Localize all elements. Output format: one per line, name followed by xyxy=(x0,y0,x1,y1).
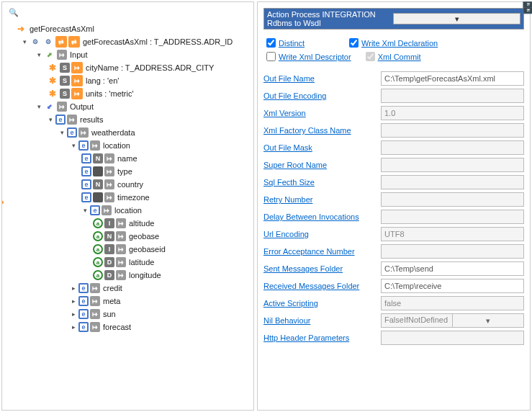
tree-item[interactable]: ▸ e ↦ credit xyxy=(6,282,249,295)
toggle-icon[interactable]: ▸ xyxy=(70,297,77,305)
prop-label[interactable]: Out File Mask xyxy=(263,143,312,152)
action-type-label: Action Process INTEGRATION Rdbms to Wsdl xyxy=(267,10,393,27)
prop-label[interactable]: Delay Between Invocations xyxy=(263,212,359,221)
prop-label[interactable]: Nil Behaviour xyxy=(263,316,310,325)
out-file-mask-input[interactable] xyxy=(381,140,524,155)
tree-view[interactable]: ➜ getForecastAsXml ▾ ⚙ ⚙ ⇄ ⇄ getForecast… xyxy=(5,19,251,336)
tree-item[interactable]: a I ↦ geobaseid xyxy=(6,243,249,256)
process-icon: ↦ xyxy=(71,75,83,86)
tree-root[interactable]: ➜ getForecastAsXml xyxy=(6,22,249,35)
url-encoding-input[interactable] xyxy=(381,227,524,241)
prop-label[interactable]: Error Acceptance Number xyxy=(263,247,355,256)
s-icon: S xyxy=(60,76,70,86)
write-xml-desc-check[interactable]: Write Xml Descriptor xyxy=(266,52,351,61)
tree-label: forecast xyxy=(102,323,131,331)
prop-label[interactable]: Xml Factory Class Name xyxy=(263,126,351,135)
active-scripting-input[interactable] xyxy=(381,296,524,310)
toggle-icon[interactable]: ▾ xyxy=(21,38,28,45)
prop-label[interactable]: Sent Messages Folder xyxy=(263,264,343,273)
search-icon[interactable]: 🔍 xyxy=(8,6,19,18)
toggle-icon[interactable]: ▾ xyxy=(81,207,89,214)
checkbox[interactable] xyxy=(349,38,359,48)
prop-label[interactable]: Received Messages Folder xyxy=(263,282,359,290)
chevron-down-icon[interactable]: ▾ xyxy=(452,314,523,327)
toggle-icon[interactable]: ▾ xyxy=(35,103,42,110)
tree-item[interactable]: ▾ e ↦ weatherdata xyxy=(6,126,249,139)
a-icon: a xyxy=(93,257,103,267)
prop-label[interactable]: Http Header Parameters xyxy=(263,333,349,342)
e-icon: e xyxy=(78,140,89,151)
toggle-icon[interactable]: ▸ xyxy=(70,285,77,292)
map-icon: ↦ xyxy=(90,296,100,306)
e-icon: e xyxy=(81,153,91,164)
out-file-name-input[interactable] xyxy=(381,71,524,86)
marker-arrow-icon: ➔ xyxy=(1,195,4,209)
distinct-check[interactable]: Distinct xyxy=(266,38,305,48)
tree-item[interactable]: e N ↦ name xyxy=(6,152,249,165)
check-label[interactable]: Xml Commit xyxy=(378,53,421,61)
tree-item[interactable]: ✱ S ↦ units : 'metric' xyxy=(6,87,249,100)
write-xml-decl-check[interactable]: Write Xml Declaration xyxy=(349,38,438,48)
check-label[interactable]: Write Xml Descriptor xyxy=(279,53,351,61)
received-folder-input[interactable] xyxy=(381,279,524,293)
tree-item[interactable]: e N ↦ country xyxy=(6,178,249,191)
out-file-encoding-input[interactable] xyxy=(381,89,524,103)
delay-input[interactable] xyxy=(381,210,524,224)
sql-fetch-input[interactable] xyxy=(381,175,524,189)
tree-item[interactable]: ✱ S ↦ lang : 'en' xyxy=(6,74,249,87)
tree-item[interactable]: e ↦ type xyxy=(6,165,249,178)
map-icon: ↦ xyxy=(90,140,100,151)
sent-folder-input[interactable] xyxy=(381,261,524,276)
tree-output[interactable]: ▾ ⬋ ↦ Output xyxy=(6,100,249,113)
tree-item[interactable]: ✱ S ↦ cityName : T_ADDRESS.ADR_CITY xyxy=(6,61,249,74)
toggle-icon[interactable]: ▾ xyxy=(70,142,77,149)
xml-factory-input[interactable] xyxy=(381,123,524,138)
tree-item[interactable]: a D ↦ latitude xyxy=(6,256,249,269)
nil-behaviour-select[interactable]: FalseIfNotDefined▾ xyxy=(381,313,524,328)
tree-process[interactable]: ▾ ⚙ ⚙ ⇄ ⇄ getForecastAsXml : T_ADDRESS.A… xyxy=(6,35,249,48)
tree-item[interactable]: a D ↦ longitude xyxy=(6,269,249,282)
prop-label[interactable]: Url Encoding xyxy=(263,230,309,238)
tree-item[interactable]: ▸ e ↦ forecast xyxy=(6,321,249,333)
tree-item[interactable]: e ↦ timezone xyxy=(6,191,249,204)
toggle-icon[interactable]: ▾ xyxy=(35,51,42,58)
tree-item[interactable]: ▾ e ↦ results xyxy=(6,113,249,126)
prop-label[interactable]: Xml Version xyxy=(263,109,306,117)
super-root-input[interactable] xyxy=(381,158,524,172)
toggle-icon[interactable]: ▸ xyxy=(70,323,77,331)
tree-label: getForecastAsXml : T_ADDRESS.ADR_ID xyxy=(81,37,233,46)
http-header-input[interactable] xyxy=(381,331,524,345)
check-label[interactable]: Write Xml Declaration xyxy=(361,39,438,48)
error-acceptance-input[interactable] xyxy=(381,244,524,259)
toggle-icon[interactable]: ▾ xyxy=(47,116,54,123)
tree-item[interactable]: a I ↦ altitude xyxy=(6,217,249,230)
prop-label[interactable]: Out File Name xyxy=(263,74,315,83)
checkbox[interactable] xyxy=(266,38,276,48)
xml-version-input[interactable] xyxy=(381,106,524,120)
xml-commit-check[interactable]: Xml Commit xyxy=(366,52,421,61)
retry-number-input[interactable] xyxy=(381,192,524,207)
tree-input[interactable]: ▾ ⬈ ↦ Input xyxy=(6,48,249,61)
tree-item[interactable]: ▸ e ↦ meta xyxy=(6,295,249,308)
map-icon: ↦ xyxy=(90,322,100,332)
prop-label[interactable]: Sql Fecth Size xyxy=(263,178,315,187)
toggle-icon[interactable]: ▾ xyxy=(58,129,66,136)
tree-label: units : 'metric' xyxy=(84,89,134,98)
checkbox[interactable] xyxy=(266,52,276,61)
prop-label[interactable]: Retry Number xyxy=(263,195,312,204)
tree-item[interactable]: ▾ e ↦ location xyxy=(6,204,249,217)
action-type-select[interactable]: Action Process INTEGRATION Rdbms to Wsdl… xyxy=(263,8,524,30)
toggle-icon[interactable]: ▸ xyxy=(70,310,77,318)
check-label[interactable]: Distinct xyxy=(279,39,305,48)
select-value: FalseIfNotDefined xyxy=(382,314,452,327)
checkbox[interactable] xyxy=(366,52,375,61)
prop-label[interactable]: Out File Encoding xyxy=(263,91,326,100)
prop-label[interactable]: Active Scripting xyxy=(263,299,318,308)
tree-item[interactable]: ▸ e ↦ sun xyxy=(6,308,249,321)
tree-item[interactable]: a N ↦ geobase xyxy=(6,230,249,243)
chevron-down-icon[interactable]: ▾ xyxy=(393,13,520,24)
tree-item[interactable]: ▾ e ↦ location xyxy=(6,139,249,152)
d-icon: D xyxy=(104,270,114,280)
map-icon: ↦ xyxy=(57,50,67,60)
prop-label[interactable]: Super Root Name xyxy=(263,161,327,169)
